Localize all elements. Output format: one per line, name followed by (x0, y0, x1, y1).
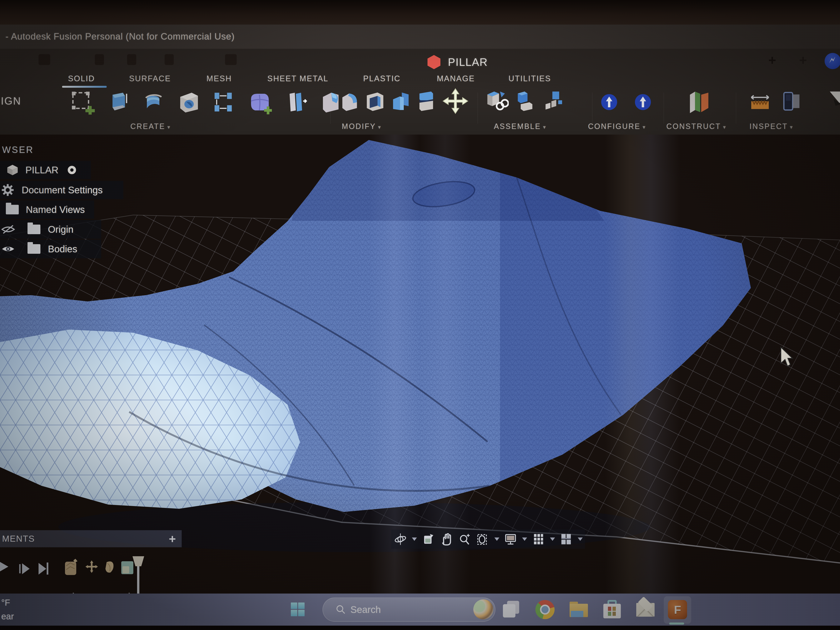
extrude-icon[interactable] (105, 90, 130, 115)
browser-item-named-views[interactable]: Named Views (0, 201, 94, 219)
undo-icon[interactable] (127, 54, 136, 65)
tab-sheet-metal[interactable]: SHEET METAL (267, 74, 328, 83)
display-dropdown-icon[interactable] (522, 537, 527, 541)
group-modify-label[interactable]: MODIFY▾ (342, 122, 382, 131)
configuration-icon[interactable] (600, 93, 619, 112)
tab-surface[interactable]: SURFACE (129, 74, 171, 83)
revolve-icon[interactable] (141, 90, 166, 115)
start-button-icon[interactable] (291, 603, 305, 616)
comments-panel[interactable]: MENTS + (0, 530, 182, 547)
home-icon[interactable] (225, 54, 237, 65)
browser-item-document-settings[interactable]: Document Settings (0, 181, 123, 199)
weather-temperature: °F (1, 596, 14, 609)
mouse-cursor (780, 347, 796, 369)
select-tool-icon[interactable] (825, 90, 840, 112)
move-feature-icon[interactable] (85, 561, 98, 573)
tab-mesh[interactable]: MESH (207, 74, 232, 83)
new-tab-icon[interactable]: + (768, 52, 776, 68)
photo-bezel-bottom (0, 625, 840, 630)
search-bar[interactable]: Search (322, 597, 496, 622)
gear-icon (1, 183, 14, 196)
tab-plastic[interactable]: PLASTIC (363, 74, 400, 83)
extension-icon[interactable]: + (799, 52, 807, 68)
save-icon[interactable] (95, 54, 104, 65)
fit-dropdown-icon[interactable] (494, 537, 499, 541)
group-feature-icon[interactable] (121, 561, 133, 574)
measure-icon[interactable] (748, 90, 772, 113)
rectangular-pattern-icon[interactable] (212, 90, 237, 115)
weather-widget[interactable]: °F ear (1, 596, 14, 623)
step-forward-icon[interactable] (19, 563, 30, 574)
component-active-radio[interactable] (68, 166, 76, 174)
group-assemble-label[interactable]: ASSEMBLE▾ (494, 122, 546, 131)
skip-to-end-icon[interactable] (38, 562, 48, 575)
orbit-icon[interactable] (393, 532, 407, 546)
ribbon: + + 🗲 PILLAR SOLID SURFACE MESH SHEET ME… (0, 49, 840, 134)
layout-grid-icon[interactable] (532, 532, 545, 546)
fusion-running-indicator (669, 622, 684, 625)
file-menu-icon[interactable] (38, 54, 50, 65)
component-cube-icon (6, 164, 19, 176)
split-body-icon[interactable] (415, 90, 438, 113)
fit-icon[interactable] (476, 532, 490, 546)
search-placeholder: Search (351, 604, 381, 615)
thicken-icon[interactable] (283, 90, 308, 115)
unsaved-document-icon (428, 55, 441, 69)
joint-icon[interactable] (542, 90, 565, 113)
weather-condition: ear (1, 609, 14, 623)
photo-bezel-top (0, 0, 840, 25)
tab-solid[interactable]: SOLID (68, 74, 95, 83)
redo-icon[interactable] (164, 54, 174, 65)
document-tab[interactable]: PILLAR (428, 53, 488, 71)
timeline-position-marker[interactable] (133, 556, 144, 597)
configuration-insert-icon[interactable] (633, 93, 652, 112)
group-create-label[interactable]: CREATE▾ (130, 122, 171, 131)
move-icon[interactable] (441, 87, 470, 116)
visibility-on-icon[interactable] (1, 243, 16, 255)
add-comment-button[interactable]: + (169, 532, 176, 546)
task-view-icon[interactable] (502, 600, 521, 619)
create-sketch-icon[interactable] (70, 90, 95, 115)
new-component-icon[interactable] (513, 90, 536, 113)
group-configure-label[interactable]: CONFIGURE▾ (588, 122, 646, 131)
browser-item-pillar[interactable]: PILLAR (0, 161, 91, 179)
tab-manage[interactable]: MANAGE (437, 74, 475, 83)
offset-face-icon[interactable] (389, 90, 412, 113)
insert-derive-icon[interactable] (485, 90, 509, 113)
group-divider (736, 93, 736, 124)
mail-icon[interactable] (636, 600, 655, 619)
search-highlight-image[interactable] (473, 599, 493, 619)
tab-utilities[interactable]: UTILITIES (508, 74, 551, 83)
mesh-feature-icon[interactable] (65, 559, 77, 575)
hole-icon[interactable] (176, 90, 201, 115)
viewports-dropdown-icon[interactable] (578, 537, 583, 541)
look-at-icon[interactable] (421, 532, 435, 546)
orbit-dropdown-icon[interactable] (412, 537, 417, 541)
viewports-icon[interactable] (559, 532, 573, 546)
microsoft-store-icon[interactable] (603, 600, 622, 619)
chrome-icon[interactable] (535, 600, 554, 619)
create-form-icon[interactable] (247, 90, 272, 115)
view-navigation-bar (391, 530, 585, 549)
fillet-icon[interactable] (338, 90, 361, 113)
notification-badge-icon[interactable]: 🗲 (824, 53, 840, 69)
mesh-feature-2-icon[interactable] (106, 562, 114, 573)
folder-icon (6, 205, 19, 215)
section-analysis-icon[interactable] (780, 90, 803, 113)
window-titlebar: - Autodesk Fusion Personal (Not for Comm… (0, 25, 840, 49)
play-button-icon[interactable] (0, 558, 8, 575)
pan-icon[interactable] (440, 532, 453, 546)
construction-plane-icon[interactable] (686, 90, 711, 114)
shell-icon[interactable] (363, 90, 386, 113)
browser-item-bodies[interactable]: Bodies (0, 240, 101, 258)
fusion-360-icon[interactable]: F (668, 600, 687, 619)
file-explorer-icon[interactable] (569, 600, 588, 619)
group-inspect-label[interactable]: INSPECT▾ (749, 122, 793, 131)
group-construct-label[interactable]: CONSTRUCT▾ (666, 122, 726, 131)
display-settings-icon[interactable] (504, 532, 518, 546)
workspace-selector-label[interactable]: IGN (1, 95, 21, 107)
browser-item-origin[interactable]: Origin (0, 220, 101, 239)
visibility-off-icon[interactable] (1, 224, 16, 235)
grid-dropdown-icon[interactable] (550, 537, 555, 541)
zoom-icon[interactable] (458, 532, 472, 546)
